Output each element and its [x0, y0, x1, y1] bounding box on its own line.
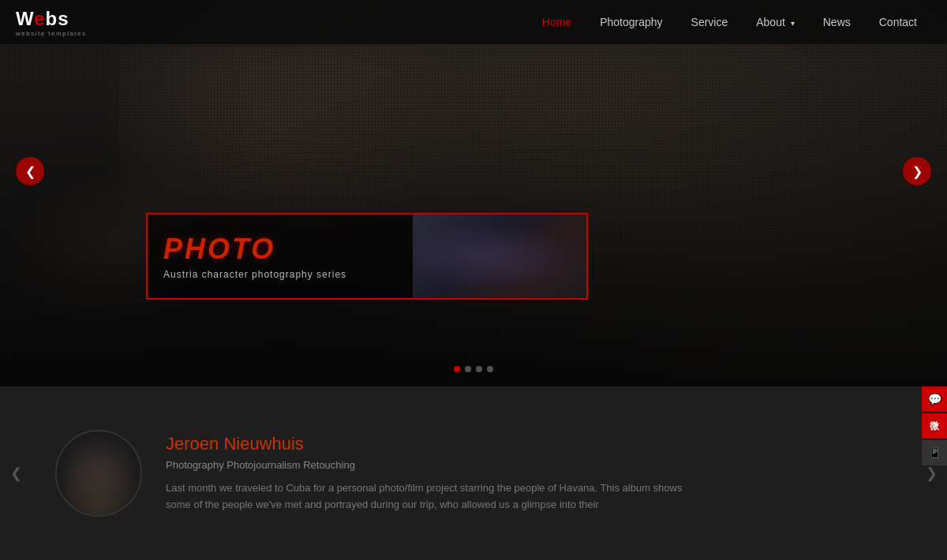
- nav-item-photography[interactable]: Photography: [586, 0, 676, 44]
- photo-card-text: PHOTO Austria character photography seri…: [148, 221, 413, 292]
- weibo-symbol: 微: [930, 420, 939, 433]
- photo-card-subtitle: Austria character photography series: [163, 269, 397, 280]
- nav-link-home[interactable]: Home: [528, 0, 586, 44]
- profile-description: Last month we traveled to Cuba for a per…: [166, 480, 702, 513]
- photo-card-thumbnail-inner: [413, 215, 586, 298]
- left-chevron-icon: ❮: [25, 164, 36, 179]
- photo-card-title: PHOTO: [163, 233, 397, 266]
- right-chevron-icon: ❯: [912, 164, 923, 179]
- bottom-left-chevron-icon: ❮: [10, 465, 22, 482]
- photo-card-thumbnail[interactable]: [413, 215, 586, 298]
- bottom-prev-button[interactable]: ❮: [0, 450, 32, 497]
- nav-item-about[interactable]: About ▾: [742, 0, 808, 44]
- hero-background: [0, 0, 947, 386]
- profile-avatar: [55, 430, 142, 517]
- nav-item-home[interactable]: Home: [528, 0, 586, 44]
- logo[interactable]: Webs website templates: [16, 8, 87, 37]
- mobile-symbol: 📱: [928, 446, 941, 459]
- nav-link-about[interactable]: About ▾: [742, 0, 808, 44]
- bottom-section: ❮ Jeroen Nieuwhuis Photography Photojour…: [0, 386, 947, 560]
- slider-next-button[interactable]: ❯: [903, 157, 931, 185]
- nav-link-service[interactable]: Service: [677, 0, 743, 44]
- profile-tags: Photography Photojournalism Retouching: [166, 459, 915, 471]
- nav-item-service[interactable]: Service: [677, 0, 743, 44]
- slider-dots: [454, 366, 493, 372]
- nav-link-photography[interactable]: Photography: [586, 0, 676, 44]
- slider-prev-button[interactable]: ❮: [16, 157, 44, 185]
- slider-dot-2[interactable]: [465, 366, 471, 372]
- profile-info: Jeroen Nieuwhuis Photography Photojourna…: [166, 434, 915, 513]
- profile-name: Jeroen Nieuwhuis: [166, 434, 915, 454]
- brand-subtitle: website templates: [16, 30, 87, 37]
- navbar: Webs website templates Home Photography …: [0, 0, 947, 44]
- nav-links: Home Photography Service About ▾ News Co…: [528, 0, 931, 44]
- about-dropdown-arrow: ▾: [791, 19, 795, 28]
- mobile-icon[interactable]: 📱: [922, 440, 947, 465]
- chat-symbol: 💬: [928, 393, 941, 405]
- profile-avatar-inner: [57, 448, 140, 515]
- weibo-icon[interactable]: 微: [922, 413, 947, 439]
- photo-info-card: PHOTO Austria character photography seri…: [146, 213, 588, 300]
- nav-item-news[interactable]: News: [809, 0, 865, 44]
- side-icons-panel: 💬 微 📱: [922, 386, 947, 467]
- hero-section: ❮ ❯ PHOTO Austria character photography …: [0, 0, 947, 386]
- nav-link-news[interactable]: News: [809, 0, 865, 44]
- nav-item-contact[interactable]: Contact: [865, 0, 931, 44]
- nav-link-contact[interactable]: Contact: [865, 0, 931, 44]
- bottom-right-chevron-icon: ❯: [926, 465, 938, 482]
- brand-name: Webs: [16, 8, 87, 30]
- slider-dot-1[interactable]: [454, 366, 460, 372]
- slider-dot-4[interactable]: [487, 366, 493, 372]
- chat-icon[interactable]: 💬: [922, 386, 947, 412]
- slider-dot-3[interactable]: [476, 366, 482, 372]
